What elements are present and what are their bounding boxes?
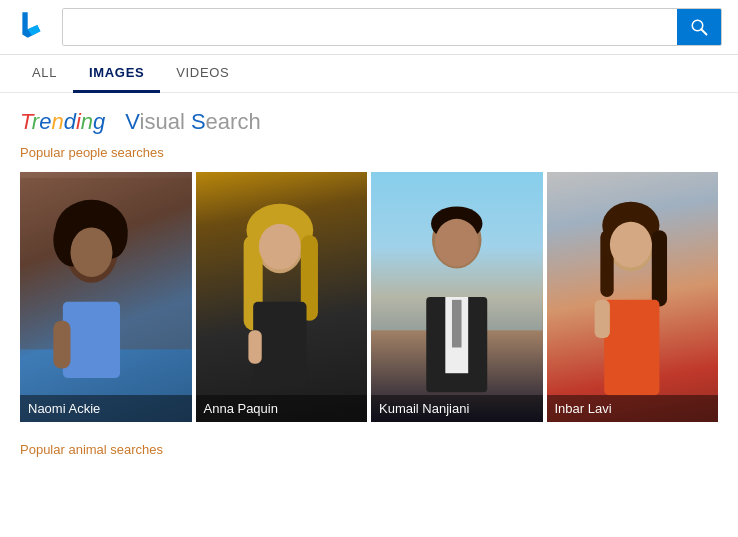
svg-rect-29 <box>604 300 659 395</box>
svg-point-7 <box>70 227 112 277</box>
person-card-naomi[interactable]: Naomi Ackie <box>20 172 192 422</box>
tab-all[interactable]: ALL <box>16 55 73 93</box>
person-card-inbar[interactable]: Inbar Lavi <box>547 172 719 422</box>
search-bar <box>62 8 722 46</box>
search-icon <box>690 18 708 36</box>
svg-rect-8 <box>63 302 120 378</box>
person-figure-kumail <box>371 172 543 422</box>
bing-logo[interactable] <box>16 10 50 44</box>
nav-tabs: ALL IMAGES VIDEOS <box>0 55 738 93</box>
svg-point-28 <box>609 222 651 268</box>
search-button[interactable] <box>677 8 721 46</box>
people-grid: Naomi Ackie Anna Paquin <box>20 172 718 422</box>
person-name-kumail: Kumail Nanjiani <box>371 395 543 422</box>
svg-point-14 <box>258 224 300 270</box>
svg-rect-26 <box>651 230 666 306</box>
header <box>0 0 738 55</box>
person-name-naomi: Naomi Ackie <box>20 395 192 422</box>
svg-rect-23 <box>452 300 462 348</box>
person-figure-inbar <box>547 172 719 422</box>
svg-rect-16 <box>248 330 261 363</box>
tab-videos[interactable]: VIDEOS <box>160 55 245 93</box>
tab-images[interactable]: IMAGES <box>73 55 160 93</box>
popular-people-label: Popular people searches <box>20 145 718 160</box>
person-figure-naomi <box>20 172 192 422</box>
search-input[interactable] <box>63 9 677 45</box>
person-name-anna: Anna Paquin <box>196 395 368 422</box>
svg-line-1 <box>701 29 706 34</box>
person-card-anna[interactable]: Anna Paquin <box>196 172 368 422</box>
popular-animal-label: Popular animal searches <box>20 442 718 457</box>
svg-rect-9 <box>53 321 70 369</box>
svg-point-20 <box>435 219 479 267</box>
person-figure-anna <box>196 172 368 422</box>
svg-rect-30 <box>594 300 609 338</box>
section-header: Trending Visual Search <box>20 109 718 135</box>
person-name-inbar: Inbar Lavi <box>547 395 719 422</box>
content-area: Trending Visual Search Popular people se… <box>0 93 738 473</box>
visual-search-label[interactable]: Visual Search <box>125 109 260 135</box>
trending-label[interactable]: Trending <box>20 109 105 135</box>
person-card-kumail[interactable]: Kumail Nanjiani <box>371 172 543 422</box>
